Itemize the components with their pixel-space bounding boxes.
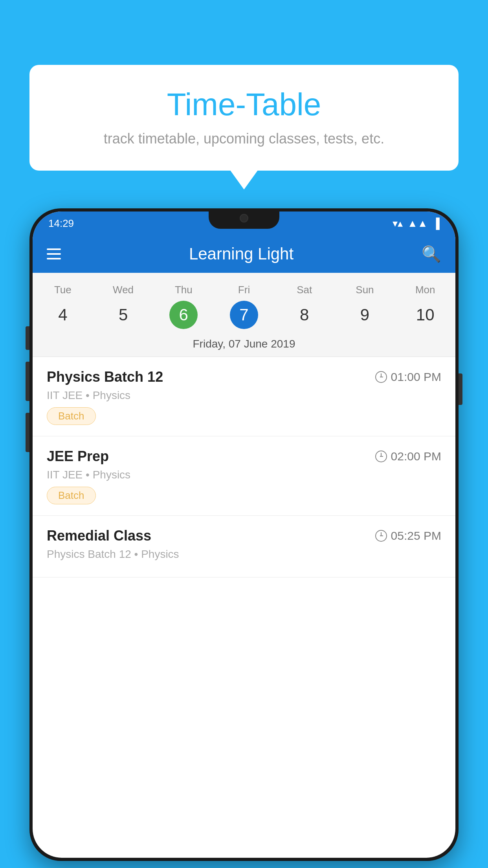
hamburger-menu[interactable] — [47, 248, 61, 259]
day-number[interactable]: 5 — [109, 301, 138, 329]
volume-down-button — [26, 362, 29, 401]
schedule-meta: IIT JEE • Physics — [47, 389, 441, 402]
day-label: Wed — [113, 284, 134, 296]
phone-notch — [209, 208, 279, 229]
time-text: 01:00 PM — [391, 370, 441, 384]
schedule-time: 05:25 PM — [375, 529, 441, 542]
day-label: Mon — [415, 284, 435, 296]
day-label: Sun — [356, 284, 374, 296]
day-col-fri[interactable]: Fri7 — [214, 279, 274, 334]
batch-tag: Batch — [47, 487, 96, 504]
day-number[interactable]: 7 — [230, 301, 258, 329]
app-bar: Learning Light 🔍 — [33, 235, 455, 273]
schedule-time: 02:00 PM — [375, 450, 441, 463]
status-time: 14:29 — [48, 217, 74, 230]
schedule-item-title: Remedial Class — [47, 528, 151, 544]
battery-icon: ▐ — [433, 217, 440, 230]
batch-tag: Batch — [47, 407, 96, 425]
clock-icon — [375, 451, 387, 462]
phone-camera — [240, 214, 248, 223]
silent-switch — [26, 413, 29, 452]
clock-icon — [375, 371, 387, 383]
day-label: Tue — [54, 284, 72, 296]
day-col-thu[interactable]: Thu6 — [153, 279, 214, 334]
schedule-item-header: Physics Batch 1201:00 PM — [47, 369, 441, 385]
day-col-tue[interactable]: Tue4 — [33, 279, 93, 334]
selected-date-label: Friday, 07 June 2019 — [33, 334, 455, 357]
speech-bubble: Time-Table track timetable, upcoming cla… — [29, 65, 459, 171]
clock-icon — [375, 530, 387, 542]
time-text: 02:00 PM — [391, 450, 441, 463]
day-number[interactable]: 4 — [49, 301, 77, 329]
day-label: Fri — [238, 284, 250, 296]
day-label: Sat — [297, 284, 312, 296]
app-bar-title: Learning Light — [189, 245, 294, 263]
calendar-section: Tue4Wed5Thu6Fri7Sat8Sun9Mon10 Friday, 07… — [33, 273, 455, 357]
phone-mockup: 14:29 ▾▴ ▲▲ ▐ Learning Light 🔍 Tue — [29, 208, 459, 868]
phone-screen: 14:29 ▾▴ ▲▲ ▐ Learning Light 🔍 Tue — [33, 211, 455, 858]
schedule-meta: Physics Batch 12 • Physics — [47, 548, 441, 561]
schedule-list: Physics Batch 1201:00 PMIIT JEE • Physic… — [33, 357, 455, 577]
schedule-item-title: JEE Prep — [47, 448, 109, 465]
phone-outer: 14:29 ▾▴ ▲▲ ▐ Learning Light 🔍 Tue — [29, 208, 459, 861]
signal-icon: ▲▲ — [407, 217, 427, 230]
status-icons: ▾▴ ▲▲ ▐ — [393, 217, 440, 230]
bubble-title: Time-Table — [53, 86, 435, 123]
day-col-mon[interactable]: Mon10 — [395, 279, 455, 334]
day-col-sat[interactable]: Sat8 — [274, 279, 335, 334]
day-label: Thu — [175, 284, 193, 296]
schedule-item-title: Physics Batch 12 — [47, 369, 163, 385]
bubble-subtitle: track timetable, upcoming classes, tests… — [53, 131, 435, 147]
search-button[interactable]: 🔍 — [422, 245, 441, 263]
power-button — [459, 373, 462, 405]
day-col-wed[interactable]: Wed5 — [93, 279, 154, 334]
schedule-item[interactable]: Remedial Class05:25 PMPhysics Batch 12 •… — [33, 516, 455, 577]
schedule-time: 01:00 PM — [375, 370, 441, 384]
schedule-item-header: Remedial Class05:25 PM — [47, 528, 441, 544]
day-number[interactable]: 6 — [169, 301, 198, 329]
time-text: 05:25 PM — [391, 529, 441, 542]
schedule-item-header: JEE Prep02:00 PM — [47, 448, 441, 465]
wifi-icon: ▾▴ — [393, 217, 403, 230]
day-number[interactable]: 10 — [411, 301, 439, 329]
schedule-meta: IIT JEE • Physics — [47, 469, 441, 481]
schedule-item[interactable]: JEE Prep02:00 PMIIT JEE • PhysicsBatch — [33, 436, 455, 516]
days-row: Tue4Wed5Thu6Fri7Sat8Sun9Mon10 — [33, 273, 455, 334]
day-number[interactable]: 8 — [290, 301, 319, 329]
volume-up-button — [26, 326, 29, 350]
day-number[interactable]: 9 — [350, 301, 379, 329]
schedule-item[interactable]: Physics Batch 1201:00 PMIIT JEE • Physic… — [33, 357, 455, 436]
day-col-sun[interactable]: Sun9 — [335, 279, 395, 334]
